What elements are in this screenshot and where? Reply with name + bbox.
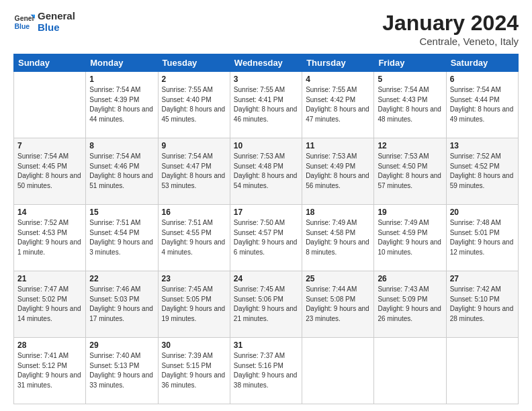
day-number: 28 xyxy=(17,340,82,350)
calendar-week-row: 14Sunrise: 7:52 AMSunset: 4:53 PMDayligh… xyxy=(14,205,519,271)
calendar-cell xyxy=(302,338,374,404)
calendar-cell: 9Sunrise: 7:54 AMSunset: 4:47 PMDaylight… xyxy=(158,138,230,205)
calendar-cell: 7Sunrise: 7:54 AMSunset: 4:45 PMDaylight… xyxy=(14,138,86,205)
calendar-cell: 5Sunrise: 7:54 AMSunset: 4:43 PMDaylight… xyxy=(374,72,446,138)
calendar-cell: 12Sunrise: 7:53 AMSunset: 4:50 PMDayligh… xyxy=(374,138,446,205)
day-number: 20 xyxy=(450,208,515,217)
day-number: 7 xyxy=(17,141,82,150)
cell-info: Sunrise: 7:55 AMSunset: 4:41 PMDaylight:… xyxy=(234,85,298,124)
cell-info: Sunrise: 7:47 AMSunset: 5:02 PMDaylight:… xyxy=(17,285,82,324)
calendar-cell: 31Sunrise: 7:37 AMSunset: 5:16 PMDayligh… xyxy=(230,338,302,404)
month-year: January 2024 xyxy=(382,11,519,36)
cell-info: Sunrise: 7:49 AMSunset: 4:58 PMDaylight:… xyxy=(306,218,370,257)
day-header-wednesday: Wednesday xyxy=(230,54,302,72)
cell-info: Sunrise: 7:51 AMSunset: 4:54 PMDaylight:… xyxy=(89,218,154,257)
day-number: 10 xyxy=(234,141,298,150)
cell-info: Sunrise: 7:45 AMSunset: 5:06 PMDaylight:… xyxy=(234,285,298,324)
day-number: 29 xyxy=(89,340,154,350)
cell-info: Sunrise: 7:39 AMSunset: 5:15 PMDaylight:… xyxy=(162,351,226,390)
day-number: 4 xyxy=(306,75,370,84)
cell-info: Sunrise: 7:37 AMSunset: 5:16 PMDaylight:… xyxy=(234,351,298,390)
calendar-week-row: 1Sunrise: 7:54 AMSunset: 4:39 PMDaylight… xyxy=(14,72,519,138)
calendar-cell: 22Sunrise: 7:46 AMSunset: 5:03 PMDayligh… xyxy=(86,271,158,338)
day-header-monday: Monday xyxy=(86,54,158,72)
day-number: 2 xyxy=(162,75,226,84)
cell-info: Sunrise: 7:53 AMSunset: 4:50 PMDaylight:… xyxy=(378,152,442,191)
day-number: 18 xyxy=(306,208,370,217)
page: General Blue General Blue January 2024 C… xyxy=(0,0,532,411)
cell-info: Sunrise: 7:52 AMSunset: 4:53 PMDaylight:… xyxy=(17,218,82,257)
day-number: 22 xyxy=(89,274,154,283)
day-header-thursday: Thursday xyxy=(302,54,374,72)
calendar-cell: 15Sunrise: 7:51 AMSunset: 4:54 PMDayligh… xyxy=(86,205,158,271)
location: Centrale, Veneto, Italy xyxy=(382,36,519,47)
cell-info: Sunrise: 7:53 AMSunset: 4:49 PMDaylight:… xyxy=(306,152,370,191)
cell-info: Sunrise: 7:42 AMSunset: 5:10 PMDaylight:… xyxy=(450,285,515,324)
day-header-saturday: Saturday xyxy=(446,54,518,72)
day-number: 12 xyxy=(378,141,442,150)
day-number: 1 xyxy=(89,75,154,84)
calendar-cell: 6Sunrise: 7:54 AMSunset: 4:44 PMDaylight… xyxy=(446,72,518,138)
calendar-cell: 28Sunrise: 7:41 AMSunset: 5:12 PMDayligh… xyxy=(14,338,86,404)
cell-info: Sunrise: 7:54 AMSunset: 4:39 PMDaylight:… xyxy=(89,85,154,124)
calendar-cell: 10Sunrise: 7:53 AMSunset: 4:48 PMDayligh… xyxy=(230,138,302,205)
calendar-cell xyxy=(374,338,446,404)
calendar-cell: 1Sunrise: 7:54 AMSunset: 4:39 PMDaylight… xyxy=(86,72,158,138)
calendar-table: SundayMondayTuesdayWednesdayThursdayFrid… xyxy=(13,54,519,404)
cell-info: Sunrise: 7:51 AMSunset: 4:55 PMDaylight:… xyxy=(162,218,226,257)
day-number: 19 xyxy=(378,208,442,217)
logo-general: General xyxy=(38,11,75,22)
calendar-header-row: SundayMondayTuesdayWednesdayThursdayFrid… xyxy=(14,54,519,72)
calendar-cell: 23Sunrise: 7:45 AMSunset: 5:05 PMDayligh… xyxy=(158,271,230,338)
day-number: 5 xyxy=(378,75,442,84)
cell-info: Sunrise: 7:48 AMSunset: 5:01 PMDaylight:… xyxy=(450,218,515,257)
cell-info: Sunrise: 7:52 AMSunset: 4:52 PMDaylight:… xyxy=(450,152,515,191)
day-number: 13 xyxy=(450,141,515,150)
cell-info: Sunrise: 7:40 AMSunset: 5:13 PMDaylight:… xyxy=(89,351,154,390)
day-number: 14 xyxy=(17,208,82,217)
day-number: 23 xyxy=(162,274,226,283)
day-number: 24 xyxy=(234,274,298,283)
day-header-friday: Friday xyxy=(374,54,446,72)
cell-info: Sunrise: 7:54 AMSunset: 4:47 PMDaylight:… xyxy=(162,152,226,191)
calendar-cell: 27Sunrise: 7:42 AMSunset: 5:10 PMDayligh… xyxy=(446,271,518,338)
cell-info: Sunrise: 7:46 AMSunset: 5:03 PMDaylight:… xyxy=(89,285,154,324)
calendar-cell: 3Sunrise: 7:55 AMSunset: 4:41 PMDaylight… xyxy=(230,72,302,138)
day-number: 17 xyxy=(234,208,298,217)
calendar-cell: 11Sunrise: 7:53 AMSunset: 4:49 PMDayligh… xyxy=(302,138,374,205)
calendar-cell: 19Sunrise: 7:49 AMSunset: 4:59 PMDayligh… xyxy=(374,205,446,271)
day-number: 9 xyxy=(162,141,226,150)
cell-info: Sunrise: 7:41 AMSunset: 5:12 PMDaylight:… xyxy=(17,351,82,390)
cell-info: Sunrise: 7:54 AMSunset: 4:44 PMDaylight:… xyxy=(450,85,515,124)
title-block: January 2024 Centrale, Veneto, Italy xyxy=(382,11,519,47)
calendar-cell: 20Sunrise: 7:48 AMSunset: 5:01 PMDayligh… xyxy=(446,205,518,271)
calendar-cell: 17Sunrise: 7:50 AMSunset: 4:57 PMDayligh… xyxy=(230,205,302,271)
calendar-cell: 30Sunrise: 7:39 AMSunset: 5:15 PMDayligh… xyxy=(158,338,230,404)
cell-info: Sunrise: 7:44 AMSunset: 5:08 PMDaylight:… xyxy=(306,285,370,324)
cell-info: Sunrise: 7:53 AMSunset: 4:48 PMDaylight:… xyxy=(234,152,298,191)
calendar-cell xyxy=(446,338,518,404)
day-header-sunday: Sunday xyxy=(14,54,86,72)
cell-info: Sunrise: 7:54 AMSunset: 4:45 PMDaylight:… xyxy=(17,152,82,191)
day-number: 21 xyxy=(17,274,82,283)
logo: General Blue General Blue xyxy=(13,11,75,33)
day-number: 25 xyxy=(306,274,370,283)
calendar-cell: 18Sunrise: 7:49 AMSunset: 4:58 PMDayligh… xyxy=(302,205,374,271)
day-number: 16 xyxy=(162,208,226,217)
cell-info: Sunrise: 7:54 AMSunset: 4:43 PMDaylight:… xyxy=(378,85,442,124)
svg-text:Blue: Blue xyxy=(15,22,30,30)
cell-info: Sunrise: 7:45 AMSunset: 5:05 PMDaylight:… xyxy=(162,285,226,324)
day-number: 30 xyxy=(162,340,226,350)
calendar-cell: 29Sunrise: 7:40 AMSunset: 5:13 PMDayligh… xyxy=(86,338,158,404)
calendar-cell: 24Sunrise: 7:45 AMSunset: 5:06 PMDayligh… xyxy=(230,271,302,338)
calendar-cell: 13Sunrise: 7:52 AMSunset: 4:52 PMDayligh… xyxy=(446,138,518,205)
day-number: 15 xyxy=(89,208,154,217)
day-number: 11 xyxy=(306,141,370,150)
day-header-tuesday: Tuesday xyxy=(158,54,230,72)
calendar-cell: 14Sunrise: 7:52 AMSunset: 4:53 PMDayligh… xyxy=(14,205,86,271)
day-number: 8 xyxy=(89,141,154,150)
calendar-week-row: 28Sunrise: 7:41 AMSunset: 5:12 PMDayligh… xyxy=(14,338,519,404)
calendar-week-row: 21Sunrise: 7:47 AMSunset: 5:02 PMDayligh… xyxy=(14,271,519,338)
day-number: 27 xyxy=(450,274,515,283)
svg-text:General: General xyxy=(15,15,35,22)
